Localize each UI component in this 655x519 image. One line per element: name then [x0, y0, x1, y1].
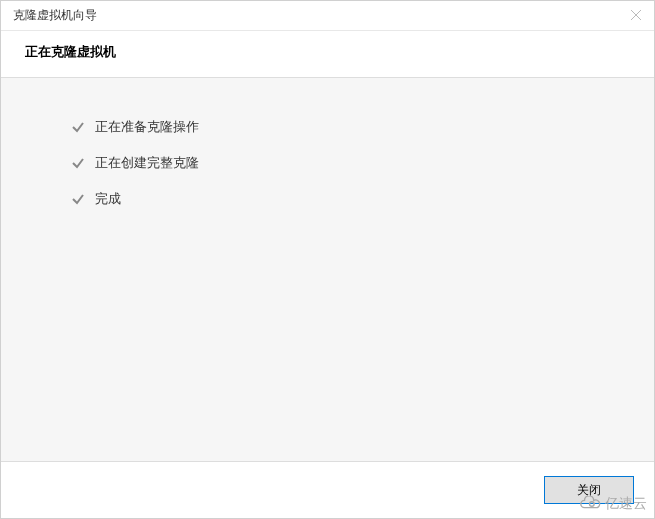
check-icon	[71, 192, 85, 206]
page-title: 正在克隆虚拟机	[25, 43, 630, 61]
close-icon[interactable]	[628, 8, 644, 24]
progress-content: 正在准备克隆操作 正在创建完整克隆 完成	[1, 77, 654, 462]
close-button[interactable]: 关闭	[544, 476, 634, 504]
dialog-footer: 关闭	[1, 462, 654, 518]
clone-vm-wizard-dialog: 克隆虚拟机向导 正在克隆虚拟机 正在准备克隆操作 正在创建完整克隆 完成	[0, 0, 655, 519]
progress-item: 正在创建完整克隆	[71, 154, 654, 172]
progress-item: 正在准备克隆操作	[71, 118, 654, 136]
check-icon	[71, 156, 85, 170]
dialog-header: 正在克隆虚拟机	[1, 31, 654, 77]
titlebar: 克隆虚拟机向导	[1, 1, 654, 31]
progress-item: 完成	[71, 190, 654, 208]
progress-label: 正在准备克隆操作	[95, 118, 199, 136]
window-title: 克隆虚拟机向导	[13, 7, 97, 24]
check-icon	[71, 120, 85, 134]
progress-label: 正在创建完整克隆	[95, 154, 199, 172]
progress-label: 完成	[95, 190, 121, 208]
